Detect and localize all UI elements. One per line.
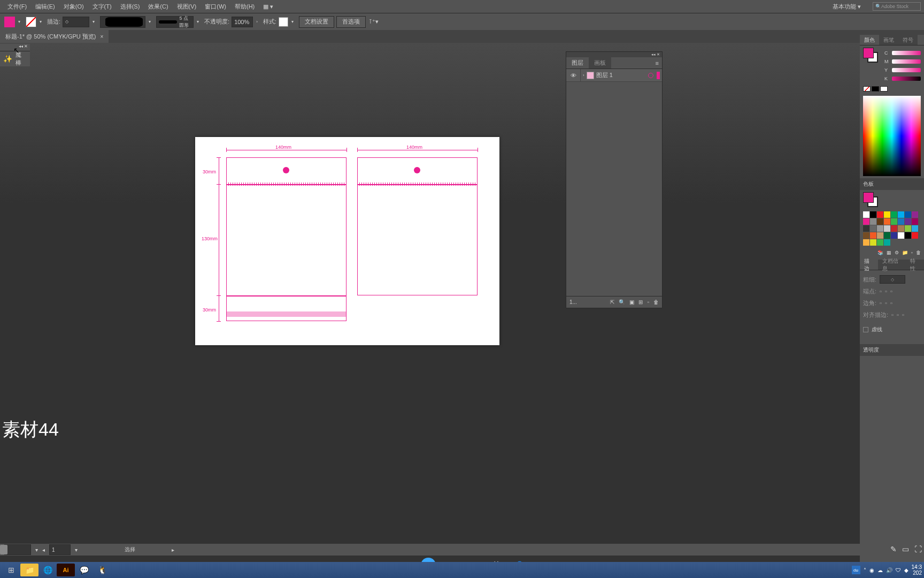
- swatch-opts-icon[interactable]: ⚙: [895, 250, 899, 255]
- new-swatch-icon[interactable]: ▫: [911, 250, 913, 255]
- swatch[interactable]: [884, 239, 890, 246]
- menu-edit[interactable]: 编辑(E): [31, 0, 59, 13]
- menu-help[interactable]: 帮助(H): [230, 0, 259, 13]
- layer-name[interactable]: 图层 1: [596, 71, 613, 79]
- preferences-button[interactable]: 首选项: [336, 16, 366, 28]
- slider-m[interactable]: [892, 59, 921, 64]
- cap-round-icon[interactable]: ▫: [885, 288, 887, 294]
- nav-prev-icon[interactable]: ◂: [42, 547, 45, 553]
- swatch[interactable]: [898, 211, 904, 218]
- opacity-input[interactable]: 100%: [232, 17, 253, 27]
- tab-stroke[interactable]: 描边: [860, 260, 878, 270]
- brush-select[interactable]: 5 点圆形: [156, 16, 194, 28]
- swatch[interactable]: [891, 211, 897, 218]
- brush-dropdown-icon[interactable]: ▾: [197, 19, 199, 24]
- locate-icon[interactable]: ⇱: [610, 299, 614, 305]
- fill-stroke-preview[interactable]: [863, 48, 878, 63]
- graphic-style-swatch[interactable]: [279, 17, 288, 27]
- tray-security-icon[interactable]: 🛡: [896, 567, 901, 573]
- start-button[interactable]: ⊞: [2, 564, 20, 576]
- opacity-arrow-icon[interactable]: ›: [256, 19, 258, 24]
- swatch[interactable]: [877, 225, 883, 232]
- swatch[interactable]: [877, 239, 883, 246]
- menu-window[interactable]: 窗口(W): [201, 0, 230, 13]
- tab-docinfo[interactable]: 文档信息: [878, 260, 906, 270]
- menu-type[interactable]: 文字(T): [88, 0, 116, 13]
- slider-k[interactable]: [892, 77, 921, 81]
- swatch[interactable]: [870, 239, 876, 246]
- tab-attributes[interactable]: 特性: [906, 260, 924, 270]
- new-group-icon[interactable]: 📁: [902, 250, 908, 255]
- corner-bevel-icon[interactable]: ▫: [890, 300, 892, 306]
- swatch[interactable]: [884, 211, 890, 218]
- zoom-input[interactable]: [4, 544, 31, 555]
- workspace-switcher[interactable]: 基本功能 ▾: [825, 3, 868, 11]
- swatch[interactable]: [877, 232, 883, 239]
- layer-row[interactable]: 👁 › 图层 1: [566, 69, 662, 82]
- swatch[interactable]: [884, 218, 890, 225]
- cap-butt-icon[interactable]: ▫: [880, 288, 882, 294]
- swatch[interactable]: [891, 218, 897, 225]
- swatch[interactable]: [870, 232, 876, 239]
- panel-header[interactable]: ◂◂ ✕: [566, 52, 662, 57]
- tray-cloud-icon[interactable]: ☁: [877, 567, 883, 573]
- swatch[interactable]: [905, 225, 911, 232]
- stroke-weight-input[interactable]: ◇: [63, 17, 89, 27]
- target-icon[interactable]: [648, 73, 653, 78]
- wechat-icon[interactable]: 💬: [75, 564, 93, 576]
- theater-mode-icon[interactable]: ▭: [902, 545, 909, 553]
- fill-color-swatch[interactable]: [4, 17, 15, 27]
- swatch[interactable]: [884, 232, 890, 239]
- stroke-profile-select[interactable]: [100, 16, 145, 28]
- dash-checkbox[interactable]: [863, 327, 868, 332]
- weight-input[interactable]: ◇: [880, 275, 905, 284]
- clip-mask-icon[interactable]: ▣: [629, 299, 634, 305]
- tray-misc-icon[interactable]: ◆: [904, 567, 908, 573]
- new-sublayer-icon[interactable]: ⊞: [638, 299, 643, 305]
- browser-icon[interactable]: 🌐: [38, 564, 57, 576]
- swatch[interactable]: [863, 232, 869, 239]
- tab-brushes[interactable]: 画笔: [879, 35, 898, 45]
- swatch[interactable]: [870, 211, 876, 218]
- swatch[interactable]: [870, 225, 876, 232]
- adobe-stock-search[interactable]: 🔍 Adobe Stock: [873, 2, 921, 11]
- swatch[interactable]: [884, 225, 890, 232]
- zoom-dropdown-icon[interactable]: ▾: [35, 547, 38, 553]
- swatch[interactable]: [912, 232, 918, 239]
- swatch[interactable]: [863, 239, 869, 246]
- swatch[interactable]: [898, 232, 904, 239]
- tab-symbols[interactable]: 符号: [898, 35, 918, 45]
- swatch-fill-stroke[interactable]: [863, 192, 878, 207]
- menu-file[interactable]: 文件(F): [3, 0, 31, 13]
- artboard-nav-input[interactable]: 1: [49, 544, 71, 555]
- stroke-dropdown-icon[interactable]: ▾: [40, 19, 42, 24]
- illustrator-icon[interactable]: Ai: [57, 564, 75, 576]
- none-swatch[interactable]: [863, 86, 871, 92]
- corner-round-icon[interactable]: ▫: [885, 300, 887, 306]
- slider-y[interactable]: [892, 68, 921, 72]
- swatch[interactable]: [877, 218, 883, 225]
- swatch[interactable]: [898, 218, 904, 225]
- stroke-weight-dropdown-icon[interactable]: ▾: [93, 19, 95, 24]
- menu-object[interactable]: 对象(O): [59, 0, 88, 13]
- taskbar-clock[interactable]: 14:3 202: [912, 564, 922, 576]
- profile-dropdown-icon[interactable]: ▾: [149, 19, 151, 24]
- search-icon[interactable]: 🔍: [619, 299, 625, 305]
- tray-network-icon[interactable]: ◉: [869, 567, 874, 573]
- fill-dropdown-icon[interactable]: ▾: [18, 19, 20, 24]
- menu-effect[interactable]: 效果(C): [144, 0, 172, 13]
- slider-c[interactable]: [892, 51, 921, 55]
- stroke-color-swatch[interactable]: [26, 17, 36, 27]
- swatch[interactable]: [870, 218, 876, 225]
- style-dropdown-icon[interactable]: ▾: [291, 19, 294, 24]
- expand-arrow-icon[interactable]: ›: [583, 73, 584, 78]
- black-swatch[interactable]: [872, 86, 879, 92]
- nav-next-icon[interactable]: ▸: [172, 547, 174, 553]
- panel-menu-icon[interactable]: ≡: [652, 57, 662, 69]
- swatch-lib-icon[interactable]: 📚: [877, 250, 883, 255]
- swatch[interactable]: [912, 225, 918, 232]
- swatch[interactable]: [905, 211, 911, 218]
- transform-icon[interactable]: ⊺⁺▾: [369, 18, 379, 25]
- swatch[interactable]: [912, 211, 918, 218]
- doc-setup-button[interactable]: 文档设置: [299, 16, 334, 28]
